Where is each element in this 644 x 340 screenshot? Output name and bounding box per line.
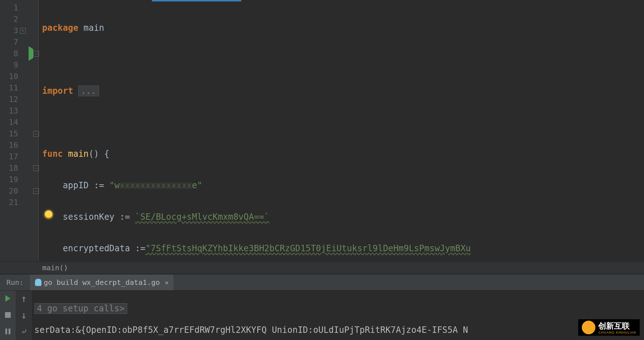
line-number[interactable]: 13 [0, 105, 38, 117]
identifier: sessionKey [63, 212, 115, 222]
string-literal: "wxxxxxxxxxxxxxxe" [109, 180, 202, 190]
line-number[interactable]: 8 − [0, 48, 38, 59]
line-number[interactable]: 11 [0, 82, 38, 94]
fold-toggle-icon[interactable]: − [33, 165, 39, 171]
line-number[interactable]: 9 [0, 59, 38, 71]
watermark-sub: CHUANG XINHULIAN [598, 331, 636, 334]
line-number[interactable]: 20 − [0, 185, 38, 197]
folded-output[interactable]: 4 go setup calls> [34, 303, 127, 314]
line-number[interactable]: 10 [0, 71, 38, 82]
console-line: serData:&{OpenID:obP8f5X_a7rrEFdRW7rgHl2… [34, 324, 644, 336]
run-gutter-icon[interactable] [29, 48, 33, 59]
line-number[interactable]: 1 [0, 2, 38, 14]
string-literal: `SE/BLocg+sMlvcKmxm8vQA==` [135, 212, 269, 222]
fold-toggle-icon[interactable]: + [20, 28, 26, 34]
line-number[interactable]: 16 [0, 140, 38, 151]
line-number[interactable]: 17 [0, 151, 38, 162]
punct: () { [89, 149, 109, 159]
identifier: main [84, 23, 104, 33]
watermark: 创新互联 CHUANG XINHULIAN [578, 319, 640, 336]
identifier: encryptedData [63, 243, 130, 253]
stop-button[interactable] [4, 311, 12, 319]
up-button[interactable]: ↑ [20, 294, 28, 303]
soft-wrap-button[interactable]: ⤶ [20, 327, 28, 336]
code-editor[interactable]: package main import ... func main() { ap… [39, 0, 644, 261]
watermark-logo-icon [582, 321, 595, 334]
run-nav-column: ↑ ↓ ⤶ [16, 291, 32, 340]
keyword: import [42, 86, 73, 96]
gopher-icon [35, 279, 41, 286]
op: := [120, 212, 130, 222]
identifier: appID [63, 180, 89, 190]
run-tool-column [0, 291, 16, 340]
breadcrumb-item[interactable]: main() [42, 263, 68, 272]
keyword: func [42, 149, 63, 159]
run-config-tab[interactable]: go build wx_decrpt_data1.go × [30, 275, 174, 290]
editor-area: 1 2 3 + 7 8 − 9 10 11 12 13 14 15 − 16 1… [0, 0, 644, 261]
run-panel-body: ↑ ↓ ⤶ 4 go setup calls> serData:&{OpenID… [0, 291, 644, 340]
stop-icon [5, 312, 11, 318]
line-number[interactable]: 2 [0, 14, 38, 25]
line-number[interactable]: 18 − [0, 162, 38, 174]
console-output[interactable]: 4 go setup calls> serData:&{OpenID:obP8f… [32, 291, 644, 340]
pause-icon [5, 329, 10, 334]
run-tab-label: go build wx_decrpt_data1.go [44, 278, 160, 287]
line-number[interactable]: 19 [0, 174, 38, 185]
play-icon [5, 295, 10, 302]
line-number[interactable]: 21 [0, 197, 38, 208]
string-literal: "7SfFtStsHqKZYhbIkke3BH2bCRzGD15T0jEiUtu… [145, 243, 471, 253]
line-number[interactable]: 3 + [0, 25, 38, 37]
close-icon[interactable]: × [162, 279, 169, 286]
breadcrumb-bar[interactable]: main() [0, 261, 644, 274]
keyword: package [42, 23, 78, 33]
op: := [94, 180, 104, 190]
gutter: 1 2 3 + 7 8 − 9 10 11 12 13 14 15 − 16 1… [0, 0, 39, 261]
line-number[interactable]: 15 − [0, 128, 38, 140]
down-button[interactable]: ↓ [20, 311, 28, 319]
fold-toggle-icon[interactable]: − [33, 188, 39, 194]
line-number[interactable]: 12 [0, 94, 38, 105]
fold-toggle-icon[interactable]: − [33, 51, 39, 57]
line-number[interactable]: 14 [0, 117, 38, 128]
rerun-button[interactable] [4, 294, 12, 303]
op: := [135, 243, 145, 253]
pause-button[interactable] [4, 327, 12, 336]
fold-toggle-icon[interactable]: − [33, 131, 39, 137]
folded-code[interactable]: ... [78, 86, 99, 96]
run-toolwindow-label: Run: [0, 278, 30, 287]
line-numbers: 1 2 3 + 7 8 − 9 10 11 12 13 14 15 − 16 1… [0, 0, 38, 208]
function-name: main [68, 149, 89, 159]
watermark-brand: 创新互联 [598, 321, 636, 331]
run-panel-header: Run: go build wx_decrpt_data1.go × [0, 274, 644, 291]
